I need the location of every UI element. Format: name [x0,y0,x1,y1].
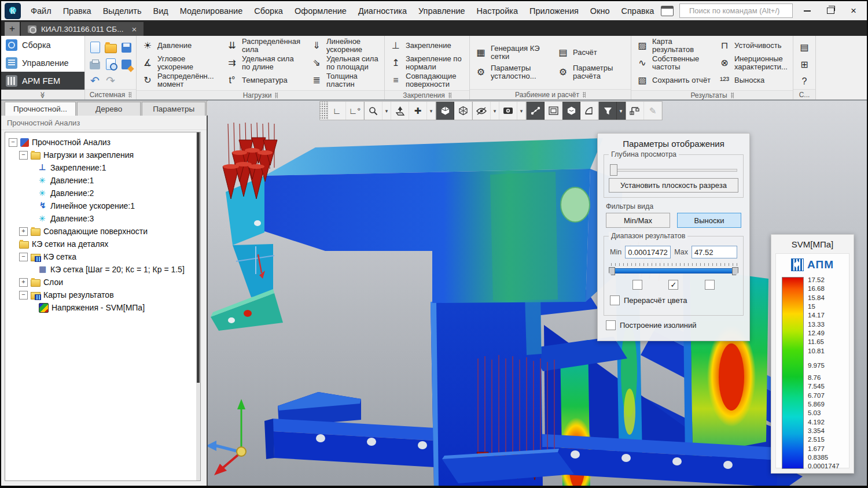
menu-item[interactable]: Приложения [524,2,584,20]
measure-button[interactable] [580,102,598,120]
dock-tab[interactable]: Дерево [77,102,141,116]
ribbon-button[interactable]: ⇊ Распределённая сила [222,37,307,54]
ribbon-button[interactable]: ≣ Толщина пластин [307,72,391,89]
tree-scrollbar[interactable] [196,132,200,480]
open-button[interactable] [103,39,118,56]
depth-slider[interactable] [610,164,737,175]
print-button[interactable] [87,56,102,72]
ribbon-button[interactable]: ¹²³ Выноска [715,72,797,89]
ribbon-button[interactable]: ⊥ Закрепление [386,37,470,54]
workspace-item[interactable]: APM FEM [1,72,84,90]
misc-button[interactable]: ▤ [797,40,811,53]
menu-item[interactable]: Настройка [471,2,524,20]
menu-item[interactable]: Справка [616,2,660,20]
callout-tool-button[interactable] [626,102,644,120]
hide-objects-button[interactable] [473,102,491,120]
filter-button[interactable] [599,102,617,120]
tree-expander-icon[interactable]: − [19,291,28,300]
ribbon-button[interactable]: ⇓ Линейное ускорение [307,37,391,54]
ribbon-button[interactable]: ↻ Распределённ... момент [138,72,222,89]
group-grip-icon[interactable] [583,92,586,98]
misc-button[interactable]: ⊞ [797,58,811,71]
range-slider-right-thumb[interactable] [732,267,738,275]
move-component-button[interactable]: ✚ [409,102,427,120]
recalc-color-checkbox[interactable] [610,295,620,305]
zoom-dropdown[interactable]: ▾ [382,102,391,120]
hide-dropdown[interactable]: ▾ [491,102,499,120]
range-slider[interactable] [610,267,737,274]
menu-item[interactable]: Оформление [289,2,352,20]
menu-item[interactable]: Правка [57,2,97,20]
range-option-checkbox-1[interactable] [632,280,642,290]
range-max-input[interactable] [692,246,737,258]
tree-item[interactable]: − КЭ сетка [5,250,200,263]
save-as-button[interactable] [119,56,134,72]
menu-item[interactable]: Моделирование [174,2,249,20]
snap-points-button[interactable] [527,102,545,120]
dock-tab[interactable]: Прочностной... [5,102,76,116]
undo-button[interactable]: ↶ [87,73,102,89]
window-layout-icon[interactable] [661,6,674,16]
tree-item[interactable]: − Нагрузки и закрепления [5,149,200,161]
minmax-filter-button[interactable]: Min/Max [606,213,670,228]
group-grip-icon[interactable] [448,93,451,98]
ribbon-button[interactable]: ∿ Собственные частоты [632,54,715,72]
viewport-3d[interactable]: ∟ ∟° ▾ ✚ ▾ ▾ ▾ ▾ ✎ [208,101,867,486]
workspace-item[interactable]: Управление [1,54,84,72]
csys-local-button[interactable]: ∟° [346,102,364,120]
ribbon-button[interactable]: ☀ Давление [138,37,222,54]
group-grip-icon[interactable] [731,93,734,98]
depth-slider-thumb[interactable] [610,164,617,176]
redo-button[interactable]: ↷ [103,73,118,89]
menu-item[interactable]: Управление [413,2,471,20]
preview-button[interactable] [103,56,118,72]
tree-item[interactable]: КЭ сетки на деталях [5,238,200,250]
toolbar-drag-handle[interactable] [320,102,328,120]
tree-expander-icon[interactable]: − [19,253,28,261]
orient-button[interactable] [391,102,409,120]
tree-expander-icon[interactable]: − [19,151,28,160]
minimize-button[interactable] [799,4,816,18]
ribbon-button[interactable]: ▨ Карта результатов [632,37,715,54]
app-logo-icon[interactable]: К [5,3,21,19]
ribbon-button[interactable]: ▦ Генерация КЭ сетки [471,43,553,62]
menu-item[interactable]: Выделить [97,2,148,20]
move-dropdown[interactable]: ▾ [427,102,436,120]
ribbon-button[interactable]: ⊗ Инерционные характеристи... [715,54,797,72]
range-option-checkbox-3[interactable] [705,280,715,290]
tree-item[interactable]: Давление:3 [5,212,200,225]
ribbon-button[interactable]: ▤ Расчёт [553,43,635,62]
camera-dropdown[interactable]: ▾ [517,102,526,120]
ribbon-button[interactable]: ↥ Закрепление по нормали [386,54,470,72]
ribbon-button[interactable]: ⚙ Параметры усталостно... [471,62,553,82]
tree-item[interactable]: Линейное ускорение:1 [5,199,200,212]
tree-item[interactable]: + Совпадающие поверхности [5,225,200,238]
ribbon-collapse-button[interactable]: ≫ [1,90,84,99]
tab-close-icon[interactable]: × [131,24,137,34]
wireframe-view-button[interactable] [454,102,472,120]
ribbon-button[interactable]: ⊓ Устойчивость [715,37,797,54]
menu-item[interactable]: Вид [148,2,174,20]
group-grip-icon[interactable] [128,92,131,98]
menu-item[interactable]: Диагностика [352,2,413,20]
tree-expander-icon[interactable]: + [19,227,28,236]
fem-model[interactable] [208,101,867,486]
range-min-input[interactable] [625,246,671,258]
range-slider-left-thumb[interactable] [609,267,615,275]
workspace-item[interactable]: Сборка [1,36,84,54]
tree-item[interactable]: Напряжения - SVM[МПа] [5,301,200,314]
ribbon-button[interactable]: ▧ Сохранить отчёт [632,72,715,89]
tree-item[interactable]: Давление:2 [5,187,200,199]
render-mode-button[interactable] [562,102,580,120]
frames-button[interactable] [545,102,562,120]
new-document-button[interactable] [87,39,102,56]
menu-item[interactable]: Сборка [248,2,289,20]
ribbon-button[interactable]: ⇉ Удельная сила по длине [222,54,307,72]
restore-button[interactable] [822,4,839,18]
ribbon-button[interactable]: ∡ Угловое ускорение [138,54,222,72]
command-search[interactable] [679,3,793,18]
camera-view-button[interactable] [499,102,517,120]
ribbon-button[interactable]: ⚙ Параметры расчёта [553,62,635,82]
save-button[interactable] [119,39,134,56]
tree-item[interactable]: − Карты результатов [5,289,200,301]
